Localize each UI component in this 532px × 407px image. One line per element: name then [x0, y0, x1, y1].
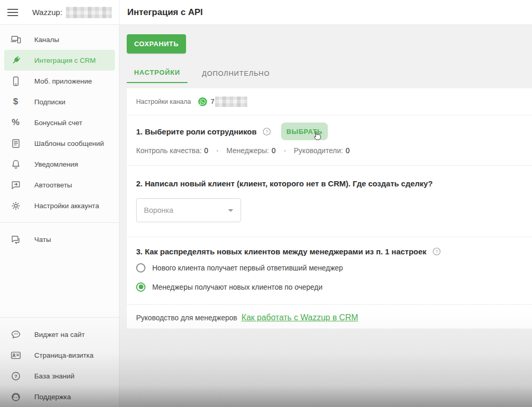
mouse-cursor-icon — [311, 130, 324, 143]
sidebar-item-mobile-app[interactable]: Моб. приложение — [4, 71, 115, 91]
sidebar-item-label: Страница-визитка — [34, 351, 94, 359]
section-employee-roles: 1. Выберите роли сотрудников ? ВЫБРАТЬ К… — [127, 115, 532, 166]
widget-bubble-icon — [9, 328, 22, 341]
svg-text:?: ? — [14, 373, 17, 378]
sidebar-item-notifications[interactable]: Уведомления — [4, 154, 115, 174]
radio-label: Нового клиента получает первый ответивши… — [152, 264, 343, 272]
section-title: 3. Как распределять новых клиентов между… — [136, 247, 427, 256]
guide-text: Руководство для менеджеров — [136, 314, 237, 322]
sidebar-item-crm-integration[interactable]: Интеграция с CRM — [4, 50, 115, 71]
bell-icon — [9, 158, 22, 170]
smartphone-icon — [9, 75, 22, 87]
section-title: 1. Выберите роли сотрудников — [136, 127, 257, 136]
stat-value: 0 — [272, 146, 276, 155]
sidebar-item-message-templates[interactable]: Шаблоны сообщений — [4, 133, 115, 154]
sidebar-item-label: База знаний — [34, 372, 74, 380]
sidebar-item-label: Уведомления — [34, 160, 78, 168]
chats-icon — [9, 233, 22, 246]
sidebar-item-label: Поддержка — [34, 393, 71, 401]
funnel-dropdown-value: Воронка — [144, 206, 228, 214]
radio-round-robin[interactable]: Менеджеры получают новых клиентов по оче… — [136, 279, 523, 295]
brand-label: Wazzup: — [32, 8, 62, 17]
whatsapp-icon — [197, 97, 208, 107]
radio-label: Менеджеры получают новых клиентов по оче… — [152, 283, 323, 291]
section-client-distribution: 3. Как распределять новых клиентов между… — [127, 237, 532, 305]
sidebar-item-support[interactable]: Поддержка — [4, 386, 115, 407]
page-title: Интеграция с API — [119, 0, 203, 24]
dot-separator — [217, 150, 218, 152]
stat-label: Руководители: — [294, 146, 343, 155]
radio-first-responder[interactable]: Нового клиента получает первый ответивши… — [136, 260, 523, 276]
account-name-blurred — [66, 7, 112, 18]
section-title: 2. Написал новый клиент (клиент, которог… — [136, 179, 523, 188]
sidebar-item-label: Автоответы — [34, 181, 72, 189]
channel-settings-label: Настройки канала — [136, 98, 191, 105]
sidebar-item-label: Виджет на сайт — [34, 331, 85, 338]
sidebar-divider — [0, 317, 119, 318]
dollar-icon: $ — [9, 96, 22, 108]
sidebar-item-chats[interactable]: Чаты — [4, 229, 115, 250]
section-new-client: 2. Написал новый клиент (клиент, которог… — [127, 166, 532, 237]
chevron-down-icon — [228, 209, 233, 212]
svg-text:?: ? — [265, 129, 268, 134]
sidebar-item-label: Чаты — [34, 236, 51, 243]
sidebar: Каналы Интеграция с CRM Моб. приложение … — [0, 25, 119, 407]
topbar-left: Wazzup: — [0, 0, 119, 24]
sidebar-item-bonus-account[interactable]: % Бонусный счет — [4, 112, 115, 133]
tab-additional[interactable]: ДОПОЛНИТЕЛЬНО — [195, 70, 277, 83]
dot-separator — [284, 150, 286, 152]
menu-icon[interactable] — [7, 9, 18, 16]
sidebar-item-channels[interactable]: Каналы — [4, 29, 115, 50]
funnel-dropdown[interactable]: Воронка — [136, 198, 241, 222]
sidebar-item-label: Моб. приложение — [34, 77, 92, 85]
radio-checked-icon — [136, 282, 145, 292]
channel-phone-blurred — [215, 97, 247, 107]
gear-icon — [9, 199, 22, 212]
sidebar-item-knowledge-base[interactable]: ? База знаний — [4, 365, 115, 386]
sidebar-item-business-card-page[interactable]: Страница-визитка — [4, 345, 115, 365]
sidebar-spacer — [0, 250, 119, 311]
sidebar-divider — [0, 222, 119, 223]
tab-bar: НАСТРОЙКИ ДОПОЛНИТЕЛЬНО — [127, 65, 277, 83]
sidebar-item-auto-replies[interactable]: Автоответы — [4, 174, 115, 195]
help-icon[interactable]: ? — [262, 127, 272, 137]
auto-reply-icon — [9, 179, 22, 191]
percent-icon: % — [9, 116, 22, 129]
plug-icon — [9, 54, 22, 66]
sidebar-item-account-settings[interactable]: Настройки аккаунта — [4, 195, 115, 216]
sidebar-item-label: Настройки аккаунта — [34, 202, 99, 210]
channel-settings-row: Настройки канала 7 — [127, 88, 532, 115]
channel-phone-prefix: 7 — [211, 98, 215, 105]
guide-link[interactable]: Как работать с Wazzup в CRM — [242, 313, 358, 322]
main-content: СОХРАНИТЬ НАСТРОЙКИ ДОПОЛНИТЕЛЬНО Настро… — [119, 25, 532, 407]
help-icon[interactable]: ? — [432, 247, 442, 256]
section-manager-guide: Руководство для менеджеров Как работать … — [127, 305, 532, 331]
vcard-icon — [9, 349, 22, 361]
support-icon — [9, 390, 22, 403]
stat-label: Контроль качества: — [136, 146, 202, 155]
devices-icon — [9, 33, 22, 46]
radio-icon — [136, 263, 145, 273]
role-stats: Контроль качества: 0 Менеджеры: 0 Руково… — [136, 146, 523, 155]
save-button[interactable]: СОХРАНИТЬ — [127, 34, 186, 53]
document-icon — [9, 137, 22, 150]
question-circle-icon: ? — [9, 370, 22, 382]
top-bar: Wazzup: Интеграция с API — [0, 0, 532, 25]
stat-value: 0 — [345, 146, 350, 155]
sidebar-item-label: Каналы — [34, 36, 59, 44]
settings-card: Настройки канала 7 1. Выберите роли сотр… — [127, 88, 532, 329]
sidebar-item-label: Бонусный счет — [34, 119, 83, 127]
sidebar-item-subscriptions[interactable]: $ Подписки — [4, 91, 115, 112]
stat-value: 0 — [204, 146, 208, 155]
sidebar-item-label: Шаблоны сообщений — [34, 140, 104, 147]
sidebar-item-label: Интеграция с CRM — [34, 57, 96, 64]
sidebar-item-label: Подписки — [34, 98, 65, 106]
stat-label: Менеджеры: — [227, 146, 269, 155]
tab-settings[interactable]: НАСТРОЙКИ — [127, 69, 188, 83]
svg-text:?: ? — [435, 249, 438, 254]
sidebar-item-site-widget[interactable]: Виджет на сайт — [4, 324, 115, 345]
